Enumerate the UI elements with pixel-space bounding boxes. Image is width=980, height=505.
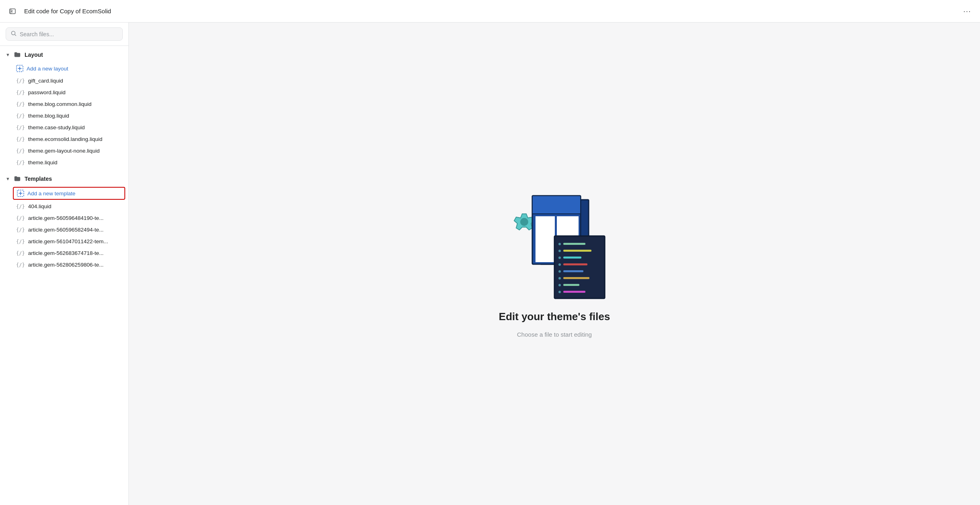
add-template-button[interactable]: Add a new template	[13, 187, 125, 200]
search-icon	[11, 31, 17, 37]
liquid-icon: {/}	[16, 239, 25, 244]
file-item[interactable]: {/} 404.liquid	[0, 201, 128, 212]
file-name: article.gem-562683674718-te...	[28, 250, 104, 256]
topbar: Edit code for Copy of EcomSolid ···	[0, 0, 980, 23]
layout-folder-label: Layout	[25, 52, 43, 58]
add-layout-icon	[16, 65, 23, 72]
svg-rect-23	[563, 257, 581, 259]
svg-rect-14	[535, 216, 555, 262]
templates-chevron-icon: ▼	[6, 176, 10, 181]
file-name: theme.gem-layout-none.liquid	[28, 148, 100, 154]
theme-illustration	[502, 190, 607, 302]
svg-point-32	[558, 291, 561, 293]
search-input[interactable]	[20, 31, 118, 37]
templates-section: ▼ Templates Add a new te	[0, 170, 128, 272]
svg-rect-33	[563, 291, 585, 293]
add-layout-label: Add a new layout	[27, 66, 68, 72]
file-name: theme.blog.common.liquid	[28, 101, 92, 107]
svg-point-20	[558, 250, 561, 252]
svg-rect-17	[554, 236, 605, 298]
search-input-wrapper	[6, 27, 123, 41]
file-item[interactable]: {/} theme.ecomsolid.landing.liquid	[0, 133, 128, 145]
main-layout: ▼ Layout Add a new layou	[0, 23, 980, 505]
liquid-icon: {/}	[16, 204, 25, 209]
illustration-svg	[502, 190, 607, 302]
file-item[interactable]: {/} theme.blog.common.liquid	[0, 98, 128, 110]
liquid-icon: {/}	[16, 137, 25, 142]
more-icon: ···	[963, 6, 971, 16]
file-item[interactable]: {/} theme.liquid	[0, 157, 128, 168]
file-item[interactable]: {/} article.gem-560596484190-te...	[0, 212, 128, 224]
file-name: article.gem-561047011422-tem...	[28, 238, 108, 244]
file-item[interactable]: {/} theme.blog.liquid	[0, 110, 128, 122]
layout-folder-header[interactable]: ▼ Layout	[0, 48, 128, 62]
liquid-icon: {/}	[16, 215, 25, 221]
file-name: gift_card.liquid	[28, 78, 63, 84]
welcome-subtitle: Choose a file to start editing	[517, 331, 592, 338]
file-name: theme.liquid	[28, 159, 58, 166]
file-name: theme.blog.liquid	[28, 113, 69, 119]
svg-point-30	[558, 284, 561, 286]
svg-point-28	[558, 277, 561, 279]
file-name: article.gem-560596484190-te...	[28, 215, 104, 221]
main-content: Edit your theme's files Choose a file to…	[129, 23, 980, 505]
add-template-icon	[17, 190, 24, 197]
svg-rect-27	[563, 270, 583, 272]
add-template-label: Add a new template	[27, 190, 75, 197]
file-name: theme.case-study.liquid	[28, 124, 85, 130]
layout-chevron-icon: ▼	[6, 52, 10, 57]
liquid-icon: {/}	[16, 250, 25, 256]
templates-folder-label: Templates	[25, 176, 52, 182]
liquid-icon: {/}	[16, 78, 25, 84]
welcome-container: Edit your theme's files Choose a file to…	[499, 190, 610, 338]
file-name: theme.ecomsolid.landing.liquid	[28, 136, 103, 142]
file-name: article.gem-562806259806-te...	[28, 262, 104, 268]
svg-rect-13	[532, 196, 581, 214]
templates-folder-header[interactable]: ▼ Templates	[0, 172, 128, 186]
search-bar	[0, 23, 128, 46]
liquid-icon: {/}	[16, 227, 25, 233]
sidebar: ▼ Layout Add a new layou	[0, 23, 129, 505]
svg-rect-19	[563, 243, 585, 245]
add-layout-button[interactable]: Add a new layout	[0, 62, 128, 75]
svg-rect-31	[563, 284, 579, 286]
svg-rect-21	[563, 250, 591, 252]
svg-point-24	[558, 263, 561, 266]
file-item[interactable]: {/} gift_card.liquid	[0, 75, 128, 87]
file-item[interactable]: {/} theme.case-study.liquid	[0, 122, 128, 133]
file-item[interactable]: {/} article.gem-562683674718-te...	[0, 247, 128, 259]
templates-folder-icon	[13, 175, 21, 183]
svg-rect-25	[563, 263, 587, 265]
file-item[interactable]: {/} article.gem-561047011422-tem...	[0, 236, 128, 247]
liquid-icon: {/}	[16, 125, 25, 130]
sidebar-scroll: ▼ Layout Add a new layou	[0, 46, 128, 505]
file-item[interactable]: {/} password.liquid	[0, 87, 128, 98]
layout-folder-icon	[13, 51, 21, 59]
liquid-icon: {/}	[16, 101, 25, 107]
layout-section: ▼ Layout Add a new layou	[0, 46, 128, 170]
file-name: password.liquid	[28, 89, 66, 95]
liquid-icon: {/}	[16, 160, 25, 166]
liquid-icon: {/}	[16, 113, 25, 119]
svg-point-2	[12, 31, 15, 35]
svg-point-10	[520, 218, 528, 226]
file-name: article.gem-560596582494-te...	[28, 227, 104, 233]
file-item[interactable]: {/} article.gem-560596582494-te...	[0, 224, 128, 236]
svg-point-22	[558, 257, 561, 259]
liquid-icon: {/}	[16, 148, 25, 154]
svg-point-26	[558, 270, 561, 273]
page-title: Edit code for Copy of EcomSolid	[24, 8, 956, 14]
liquid-icon: {/}	[16, 262, 25, 268]
more-options-button[interactable]: ···	[961, 5, 974, 18]
file-item[interactable]: {/} theme.gem-layout-none.liquid	[0, 145, 128, 157]
file-item[interactable]: {/} article.gem-562806259806-te...	[0, 259, 128, 271]
back-button[interactable]	[6, 5, 19, 18]
liquid-icon: {/}	[16, 90, 25, 95]
svg-point-18	[558, 243, 561, 245]
welcome-title: Edit your theme's files	[499, 310, 610, 323]
file-name: 404.liquid	[28, 203, 52, 209]
svg-rect-29	[563, 277, 589, 279]
